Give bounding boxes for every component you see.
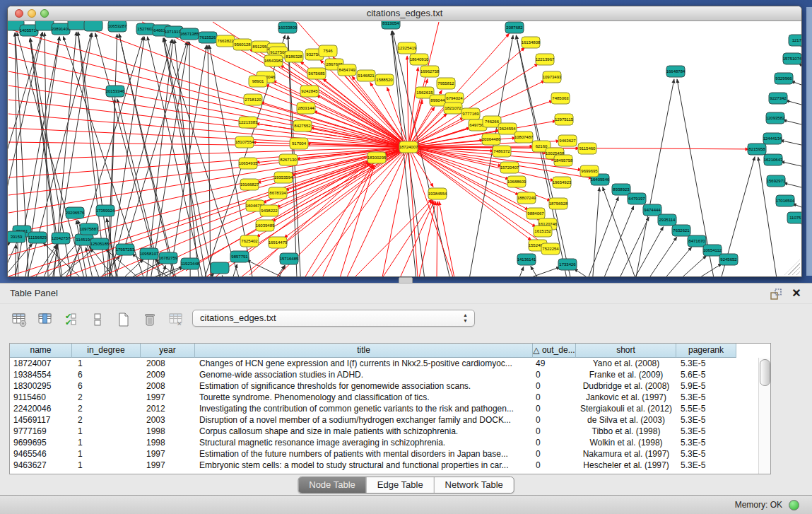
graph-node-yellow[interactable]: 5675685 (307, 68, 326, 79)
graph-node-yellow[interactable]: 7522254 (541, 243, 560, 255)
tab-node-table[interactable]: Node Table (298, 477, 367, 493)
graph-node-yellow[interactable]: 18756928 (549, 198, 568, 209)
graph-node-teal[interactable]: 20153346 (106, 86, 125, 97)
graph-node-yellow[interactable]: 8427552 (293, 120, 312, 132)
minimize-window-button[interactable] (28, 9, 36, 18)
graph-node-yellow[interactable]: 16543982 (264, 55, 283, 66)
graph-node-yellow[interactable]: 9463627 (558, 135, 577, 146)
graph-node-teal[interactable]: 17359924 (96, 205, 115, 216)
graph-node-yellow[interactable]: 1615152 (534, 226, 552, 237)
graph-node-yellow[interactable]: 7546 (319, 45, 337, 57)
graph-node-teal[interactable]: 11923448 (181, 258, 200, 269)
graph-node-yellow[interactable]: 20364486 (482, 134, 501, 145)
graph-node-yellow[interactable]: 9884067 (526, 208, 545, 219)
graph-node-teal[interactable]: 39159 (8, 231, 25, 243)
graph-node-yellow[interactable]: 19384554 (428, 188, 447, 199)
graph-node-teal[interactable]: 10653287 (108, 21, 127, 32)
table-row[interactable]: 2242004622012Investigating the contribut… (10, 403, 770, 414)
graph-node-yellow[interactable]: 1821072 (444, 103, 462, 114)
graph-node-teal[interactable]: 7632621 (672, 225, 690, 236)
graph-node-teal[interactable]: 12042757 (52, 233, 71, 244)
table-selector-dropdown[interactable]: citations_edges.txt ▲▼ (192, 310, 475, 327)
graph-node-teal[interactable]: 12505185 (90, 238, 110, 250)
select-all-button[interactable]: ✔✔ (62, 310, 81, 329)
graph-node-teal[interactable]: 12172 (789, 35, 801, 46)
table-row[interactable]: 1456911722003Disruption of a novel membe… (10, 414, 770, 426)
graph-node-teal[interactable]: 2935114 (658, 214, 676, 226)
tab-edge-table[interactable]: Edge Table (367, 477, 435, 493)
graph-node-yellow[interactable]: 16039489 (256, 220, 275, 231)
graph-node-yellow[interactable]: 16154808 (522, 37, 541, 48)
graph-node-teal[interactable]: 1527602 (136, 23, 155, 35)
graph-node-yellow[interactable]: 19654923 (553, 177, 572, 188)
column-header-in_degree[interactable]: in_degree (72, 344, 141, 358)
table-row[interactable]: 977716911998Corpus callosum shape and si… (10, 426, 770, 437)
graph-node-yellow[interactable]: 9699695 (580, 165, 599, 177)
graph-node-teal[interactable]: 9857791 (230, 251, 249, 262)
graph-node-teal[interactable]: 16782759 (159, 252, 178, 264)
column-header-year[interactable]: year (141, 344, 195, 358)
graph-node-yellow[interactable]: 18495758 (554, 155, 573, 166)
table-scrollbar[interactable] (758, 358, 770, 474)
graph-node-teal[interactable]: 16648784 (666, 66, 686, 77)
column-header-short[interactable]: short (576, 344, 676, 358)
table-row[interactable]: 1872400712008Changes of HCN gene express… (10, 358, 770, 369)
graph-node-yellow[interactable]: 16914479 (269, 237, 288, 248)
graph-node-yellow[interactable]: 10654935 (239, 158, 258, 169)
graph-node-teal[interactable] (211, 262, 229, 274)
create-column-button[interactable] (114, 310, 133, 329)
clear-selection-button[interactable] (88, 310, 107, 329)
graph-node-yellow[interactable]: 917004 (290, 138, 308, 149)
graph-node-teal[interactable]: 8471670 (688, 235, 706, 247)
close-panel-icon[interactable]: ✕ (789, 286, 804, 301)
graph-node-yellow[interactable]: 2803144 (297, 103, 315, 114)
graph-node-yellow[interactable]: 7663822 (216, 35, 235, 47)
graph-node-yellow[interactable]: 7625402 (240, 235, 259, 247)
graph-node-yellow[interactable]: 98901 (249, 76, 267, 87)
show-column-button[interactable] (36, 310, 54, 329)
graph-node-yellow[interactable]: 10807487 (514, 132, 534, 143)
graph-node-yellow[interactable]: 10973493 (543, 71, 562, 83)
graph-node-yellow[interactable]: 18807249 (517, 192, 536, 204)
table-row[interactable]: 946554611997Estimation of the future num… (10, 448, 770, 460)
graph-node-yellow[interactable]: 19166827 (240, 179, 259, 190)
graph-node-teal[interactable]: 9329966 (775, 73, 793, 84)
graph-node-yellow[interactable]: 9242845 (300, 86, 319, 97)
network-canvas[interactable]: 1405571420891406106532871527602646616110… (8, 21, 801, 276)
graph-node-yellow[interactable]: 9560128 (233, 39, 252, 50)
graph-node-yellow[interactable]: 18300295 (367, 152, 387, 163)
table-row[interactable]: 946362711997Embryonic stem cells: a mode… (10, 460, 770, 471)
graph-node-teal[interactable]: 8313054 (382, 21, 400, 29)
graph-node-teal[interactable]: 110753 (787, 212, 801, 223)
table-scrollbar-thumb[interactable] (760, 359, 770, 386)
graph-node-yellow[interactable]: 18107554 (235, 136, 254, 148)
graph-node-teal[interactable]: 15751074 (783, 53, 801, 64)
graph-node-teal[interactable]: 20206576 (66, 207, 85, 218)
graph-node-teal[interactable]: 16210643 (764, 154, 783, 165)
graph-node-yellow[interactable]: 12213967 (536, 54, 555, 65)
citation-graph[interactable]: 1405571420891406106532871527602646616110… (8, 21, 801, 276)
graph-node-teal[interactable]: 2087682 (505, 22, 524, 33)
graph-node-teal[interactable] (68, 21, 86, 30)
graph-node-teal[interactable]: 9245652 (719, 254, 738, 265)
graph-node-yellow[interactable]: 7955812 (437, 78, 455, 89)
graph-node-teal[interactable]: 10958107 (140, 248, 159, 259)
graph-node-yellow[interactable]: 10688609 (507, 176, 526, 187)
graph-node-yellow[interactable]: 7485063 (551, 93, 570, 104)
graph-node-teal[interactable]: 16671385 (180, 28, 199, 40)
table-row[interactable]: 911546021997Tourette syndrome. Phenomeno… (10, 392, 770, 403)
maximize-window-button[interactable] (40, 9, 49, 18)
table-mode-button[interactable] (10, 310, 28, 329)
graph-node-yellow[interactable]: 2718120 (244, 94, 262, 105)
graph-node-yellow[interactable]: 15720407 (500, 162, 519, 173)
graph-node-teal[interactable]: 6479197 (628, 193, 646, 204)
graph-node-teal[interactable]: 10654112 (703, 245, 722, 256)
graph-node-yellow[interactable]: 8267130 (279, 154, 298, 165)
graph-node-teal[interactable]: 8215958 (748, 144, 766, 155)
graph-node-yellow[interactable]: 1588520 (375, 74, 394, 86)
column-header-pagerank[interactable]: pagerank (676, 344, 736, 358)
graph-node-teal[interactable]: 1733426 (558, 259, 577, 270)
column-header-name[interactable]: name (10, 344, 72, 358)
graph-node-yellow[interactable]: 8678334 (269, 187, 287, 199)
graph-node-teal[interactable]: 17957253 (116, 244, 135, 255)
